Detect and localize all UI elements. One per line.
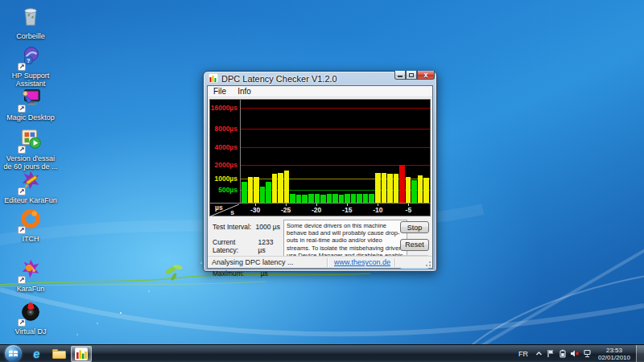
latency-bar <box>423 178 429 203</box>
minimize-button[interactable] <box>394 71 406 80</box>
latency-bar <box>266 182 271 203</box>
language-indicator[interactable]: FR <box>514 350 533 358</box>
latency-bar <box>339 195 345 203</box>
latency-bar <box>278 173 283 203</box>
stats-list: Test Interval:1000 µsCurrent Latency:123… <box>213 223 280 285</box>
taskbar-dpc-latency-checker[interactable] <box>71 346 92 362</box>
chevron-up-icon[interactable] <box>534 348 544 360</box>
system-tray: FR 23:53 02/01/2010 <box>514 345 644 362</box>
y-axis-label-8000: 8000µs <box>214 125 237 133</box>
start-button[interactable] <box>5 345 22 362</box>
shortcut-arrow-icon: ↗ <box>18 319 26 327</box>
stat-label: Test Interval: <box>213 223 251 231</box>
desktop-icon-label: ITCH <box>2 235 60 243</box>
y-axis-label-500: 500µs <box>218 186 237 194</box>
shortcut-arrow-icon: ↗ <box>18 146 26 154</box>
latency-bar <box>242 182 247 203</box>
desktop-icon-label: Magic Desktop <box>2 113 60 121</box>
latency-bar <box>399 165 405 203</box>
desktop-icon-corbeille[interactable]: Corbeille <box>2 4 60 40</box>
latency-bar <box>320 195 326 203</box>
menu-info[interactable]: Info <box>232 86 257 97</box>
latency-bar <box>363 194 369 203</box>
latency-chart: 16000µs8000µs4000µs2000µs1000µs500µs µs … <box>209 99 431 216</box>
latency-bar <box>357 194 362 203</box>
show-desktop-button[interactable] <box>636 345 644 362</box>
latency-bar <box>308 194 314 203</box>
latency-bar <box>272 174 278 203</box>
desktop-icon-hp-support-assistant[interactable]: ?↗HP SupportAssistant <box>2 43 60 88</box>
latency-bar <box>387 174 393 203</box>
x-tick-label: -5 <box>406 206 412 214</box>
window-titlebar[interactable]: DPC Latency Checker V1.2.0 x <box>207 72 433 85</box>
latency-bar <box>296 195 302 203</box>
windows-flag-icon <box>8 348 19 359</box>
reset-button[interactable]: Reset <box>400 239 429 251</box>
desktop-icon-itch[interactable]: ↗ITCH <box>2 207 60 243</box>
x-axis: µs s -30-25-20-15-10-5 <box>210 203 430 216</box>
app-bar-chart-icon <box>208 72 218 86</box>
y-axis-label-16000: 16000µs <box>211 104 237 112</box>
taskbar-internet-explorer[interactable]: e <box>26 346 47 362</box>
latency-bar <box>406 177 411 203</box>
desktop-icon-label: Virtual DJ <box>2 327 60 335</box>
desktop-icon-karafun[interactable]: ↗KaraFun <box>2 257 60 293</box>
latency-bar <box>332 194 338 203</box>
status-text: Analysing DPC latency ... <box>212 258 294 266</box>
stat-row: Current Latency:1233 µs <box>213 238 280 254</box>
taskbar-clock[interactable]: 23:53 02/01/2010 <box>593 347 636 361</box>
desktop-icon-editeur-karafun[interactable]: ↗Editeur KaraFun <box>2 168 60 204</box>
window-client-area: FileInfo 16000µs8000µs4000µs2000µs1000µs… <box>207 85 433 269</box>
desktop-icon-label: Corbeille <box>2 32 60 40</box>
desktop: Corbeille?↗HP SupportAssistant↗Magic Des… <box>0 0 644 362</box>
menu-bar: FileInfo <box>208 86 432 97</box>
caption-buttons: x <box>394 71 435 80</box>
svg-text:?: ? <box>27 58 30 64</box>
axis-corner: µs s <box>210 204 240 216</box>
desktop-icon-magic-desktop[interactable]: ↗Magic Desktop <box>2 85 60 121</box>
magic-desktop-icon: ↗ <box>17 85 44 113</box>
stat-label: Current Latency: <box>213 238 258 254</box>
internet-explorer-icon: e <box>32 347 41 361</box>
folder-icon <box>52 349 66 359</box>
shortcut-arrow-icon: ↗ <box>18 276 26 284</box>
y-unit-label: µs <box>215 204 223 212</box>
resize-grip[interactable] <box>423 259 431 267</box>
shortcut-arrow-icon: ↗ <box>18 226 26 234</box>
x-tick-label: -15 <box>342 206 352 214</box>
battery-icon[interactable] <box>558 348 568 360</box>
desktop-icon-label: Editeur KaraFun <box>2 196 60 204</box>
y-axis-label-1000: 1000µs <box>214 175 237 183</box>
desktop-icon-virtual-dj[interactable]: ↗Virtual DJ <box>2 299 60 335</box>
corbeille-icon <box>17 4 44 31</box>
speaker-muted-icon[interactable] <box>570 348 580 360</box>
latency-bar <box>260 187 266 203</box>
window-title: DPC Latency Checker V1.2.0 <box>221 74 337 84</box>
latency-bar <box>315 194 320 203</box>
editeur-karafun-icon: ↗ <box>17 168 44 195</box>
latency-bar <box>369 194 374 203</box>
x-tick-label: -25 <box>281 206 291 214</box>
dpc-latency-checker-window: DPC Latency Checker V1.2.0 x FileInfo 16… <box>203 71 437 272</box>
taskbar-windows-explorer[interactable] <box>48 346 69 362</box>
thesycon-link[interactable]: www.thesycon.de <box>334 258 390 266</box>
maximize-button[interactable] <box>406 71 417 80</box>
network-icon[interactable] <box>582 348 592 360</box>
stat-row: Test Interval:1000 µs <box>213 223 280 231</box>
stop-button[interactable]: Stop <box>400 221 429 233</box>
karafun-icon: ↗ <box>17 257 44 284</box>
menu-file[interactable]: File <box>208 86 232 97</box>
clock-date: 02/01/2010 <box>598 354 630 361</box>
shortcut-arrow-icon: ↗ <box>18 63 26 71</box>
x-tick-label: -30 <box>250 206 260 214</box>
desktop-icon-trial-60-days[interactable]: ↗Version d'essaide 60 jours de ... <box>2 126 60 171</box>
close-button[interactable]: x <box>417 71 435 80</box>
virtual-dj-icon: ↗ <box>17 299 44 327</box>
flag-icon[interactable] <box>546 348 556 360</box>
clock-time: 23:53 <box>598 347 630 354</box>
desktop-icon-label: KaraFun <box>2 285 60 293</box>
latency-bar <box>411 180 417 203</box>
shortcut-arrow-icon: ↗ <box>18 105 26 113</box>
latency-bar <box>351 194 357 203</box>
latency-bar <box>284 171 290 203</box>
